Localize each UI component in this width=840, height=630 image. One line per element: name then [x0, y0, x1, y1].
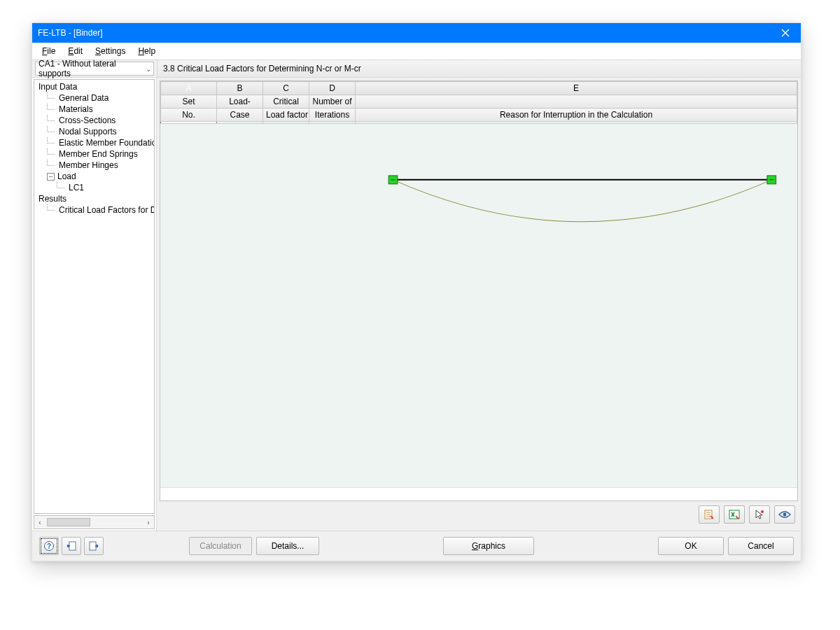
tree-results[interactable]: Results: [37, 193, 68, 204]
svg-rect-17: [90, 542, 96, 550]
main-area: Input Data General Data Materials Cross-…: [32, 78, 801, 531]
sidebar: Input Data General Data Materials Cross-…: [32, 78, 157, 531]
case-selector-container: CA1 - Without lateral supports ⌄: [32, 60, 158, 77]
ok-button[interactable]: OK: [658, 537, 724, 555]
menu-help[interactable]: Help: [132, 45, 161, 57]
menu-edit[interactable]: Edit: [62, 45, 88, 57]
col-header-loadfactor: Load factor: [263, 108, 309, 122]
scroll-right-icon[interactable]: ›: [143, 519, 154, 526]
svg-point-12: [761, 510, 764, 513]
col-header-case: Case: [217, 108, 263, 122]
scroll-left-icon[interactable]: ‹: [34, 519, 46, 526]
titlebar: FE-LTB - [Binder]: [32, 23, 801, 43]
tree-elastic-member-foundations[interactable]: Elastic Member Foundations: [57, 137, 155, 148]
tree-load[interactable]: Load: [56, 171, 78, 182]
details-button[interactable]: Details...: [256, 537, 319, 555]
help-button[interactable]: ?: [39, 537, 59, 555]
content-body: A B C D E Set Load- Critical Number of: [160, 80, 798, 501]
app-window: FE-LTB - [Binder] File Edit Settings Hel…: [31, 22, 802, 561]
col-letter-D[interactable]: D: [309, 82, 356, 95]
toolstrip: CA1 - Without lateral supports ⌄ 3.8 Cri…: [32, 60, 801, 78]
help-icon: ?: [43, 540, 55, 552]
svg-text:?: ?: [47, 542, 51, 550]
excel-export-button[interactable]: [724, 505, 745, 524]
eye-icon: [778, 510, 791, 519]
tree-general-data[interactable]: General Data: [57, 92, 110, 104]
graphics-button[interactable]: Graphics: [443, 537, 534, 555]
tree-critical-load-factors[interactable]: Critical Load Factors for Determining N-…: [57, 204, 155, 216]
col-header-set: Set: [161, 95, 217, 108]
excel-icon: [729, 509, 740, 520]
collapse-icon[interactable]: –: [47, 173, 55, 181]
col-header-no: No.: [161, 108, 217, 122]
tree-input-data[interactable]: Input Data: [37, 81, 78, 92]
cursor-pick-icon: [754, 509, 765, 520]
sidebar-hscrollbar[interactable]: ‹ ›: [34, 515, 155, 529]
prev-button[interactable]: [62, 537, 81, 555]
tree-lc1[interactable]: LC1: [67, 182, 85, 193]
menubar: File Edit Settings Help: [32, 43, 801, 60]
menu-settings[interactable]: Settings: [90, 45, 131, 57]
close-icon: [781, 29, 790, 37]
results-grid-container: A B C D E Set Load- Critical Number of: [160, 81, 797, 123]
calculation-button[interactable]: Calculation: [189, 537, 252, 555]
col-header-e1: [356, 95, 797, 108]
col-header-reason: Reason for Interruption in the Calculati…: [356, 108, 797, 122]
page-prev-icon: [66, 540, 77, 552]
next-button[interactable]: [84, 537, 104, 555]
tree-member-hinges[interactable]: Member Hinges: [57, 160, 120, 171]
col-header-number: Number of: [309, 95, 356, 108]
close-button[interactable]: [770, 23, 801, 43]
pick-button[interactable]: [749, 505, 770, 524]
tree-materials[interactable]: Materials: [57, 104, 94, 115]
col-header-critical: Critical: [263, 95, 309, 108]
cancel-button[interactable]: Cancel: [728, 537, 794, 555]
chevron-down-icon: ⌄: [146, 65, 151, 73]
visualization-area: [160, 123, 797, 487]
content-toolbar: [160, 501, 798, 528]
table-export-icon: [704, 509, 715, 520]
menu-file[interactable]: File: [36, 45, 61, 57]
window-title: FE-LTB - [Binder]: [38, 28, 102, 38]
content-header: 3.8 Critical Load Factors for Determinin…: [158, 60, 801, 77]
col-letter-E[interactable]: E: [356, 82, 797, 95]
svg-rect-16: [69, 542, 76, 550]
view-button[interactable]: [774, 505, 795, 524]
col-letter-C[interactable]: C: [263, 82, 309, 95]
grid-footer-strip: [160, 487, 797, 500]
tree-member-end-springs[interactable]: Member End Springs: [57, 148, 139, 160]
col-header-iterations: Iterations: [309, 108, 356, 122]
tree-cross-sections[interactable]: Cross-Sections: [57, 115, 117, 126]
scroll-thumb[interactable]: [47, 518, 90, 526]
nav-tree[interactable]: Input Data General Data Materials Cross-…: [34, 79, 155, 514]
export-button[interactable]: [699, 505, 720, 524]
col-letter-A[interactable]: A: [161, 82, 217, 95]
bottom-bar: ? Calculation Details... Graphics: [32, 531, 801, 561]
col-header-load: Load-: [217, 95, 263, 108]
case-selector-value: CA1 - Without lateral supports: [38, 59, 150, 78]
tree-nodal-supports[interactable]: Nodal Supports: [57, 126, 118, 137]
col-letter-B[interactable]: B: [217, 82, 263, 95]
svg-point-13: [783, 513, 787, 517]
content-pane: A B C D E Set Load- Critical Number of: [157, 78, 801, 531]
beam-diagram: [356, 124, 797, 487]
page-next-icon: [88, 540, 99, 552]
case-selector[interactable]: CA1 - Without lateral supports ⌄: [35, 62, 154, 76]
